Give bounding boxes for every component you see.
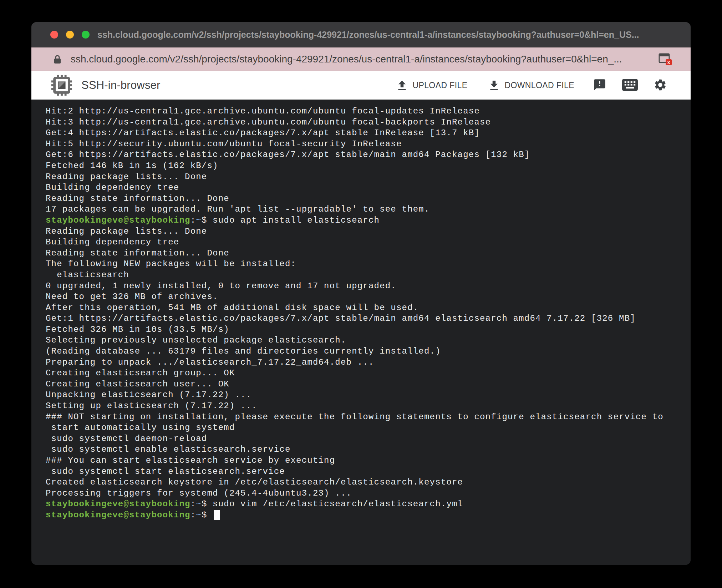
terminal-line: Preparing to unpack .../elasticsearch_7.… — [46, 357, 684, 368]
prompt-colon: : — [190, 499, 196, 509]
terminal-line: sudo systemctl enable elasticsearch.serv… — [46, 444, 684, 455]
terminal-line: Reading state information... Done — [46, 248, 684, 259]
terminal-line: Reading package lists... Done — [46, 226, 684, 237]
prompt-path: ~ — [196, 216, 202, 225]
terminal-line: After this operation, 541 MB of addition… — [46, 303, 684, 314]
terminal-line: Reading package lists... Done — [46, 172, 684, 183]
terminal-line: Get:4 https://artifacts.elastic.co/packa… — [46, 128, 684, 139]
feedback-icon[interactable] — [593, 78, 606, 93]
chip-logo-icon — [51, 74, 73, 96]
terminal-line: Get:6 https://artifacts.elastic.co/packa… — [46, 149, 684, 161]
download-file-label: DOWNLOAD FILE — [504, 81, 574, 90]
terminal-line: sudo systemctl start elasticsearch.servi… — [46, 466, 684, 477]
terminal-line: Hit:3 http://us-central1.gce.archive.ubu… — [46, 117, 684, 128]
traffic-lights — [50, 31, 90, 39]
terminal-line: Fetched 146 kB in 1s (162 kB/s) — [46, 161, 684, 172]
terminal-line: Unpacking elasticsearch (7.17.22) ... — [46, 390, 684, 401]
terminal-line: 17 packages can be upgraded. Run 'apt li… — [46, 204, 684, 215]
terminal-prompt-line: staybookingeve@staybooking:~$ sudo vim /… — [46, 499, 684, 510]
prompt-user: staybookingeve@staybooking — [46, 499, 190, 509]
browser-window: ssh.cloud.google.com/v2/ssh/projects/sta… — [31, 22, 691, 565]
prompt-user: staybookingeve@staybooking — [46, 216, 190, 225]
terminal-line: Hit:5 http://security.ubuntu.com/ubuntu … — [46, 139, 684, 150]
terminal-line: elasticsearch — [46, 270, 684, 281]
terminal-line: Get:1 https://artifacts.elastic.co/packa… — [46, 313, 684, 324]
close-icon[interactable] — [50, 31, 58, 39]
terminal-prompt-line: staybookingeve@staybooking:~$ — [46, 510, 684, 521]
window-titlebar: ssh.cloud.google.com/v2/ssh/projects/sta… — [31, 22, 691, 47]
terminal-line: (Reading database ... 63179 files and di… — [46, 346, 684, 357]
prompt-command: $ — [202, 510, 213, 520]
terminal-line: Fetched 326 MB in 10s (33.5 MB/s) — [46, 324, 684, 335]
download-icon — [488, 79, 500, 91]
prompt-user: staybookingeve@staybooking — [46, 510, 190, 520]
upload-file-button[interactable]: UPLOAD FILE — [396, 79, 467, 91]
terminal-line: ### You can start elasticsearch service … — [46, 455, 684, 466]
terminal-line: sudo systemctl daemon-reload — [46, 434, 684, 445]
prompt-colon: : — [190, 216, 196, 225]
terminal-line: Need to get 326 MB of archives. — [46, 292, 684, 303]
terminal-line: Reading state information... Done — [46, 193, 684, 204]
app-title: SSH-in-browser — [81, 79, 161, 92]
prompt-path: ~ — [196, 499, 202, 509]
minimize-icon[interactable] — [66, 31, 74, 39]
terminal-prompt-line: staybookingeve@staybooking:~$ sudo apt i… — [46, 215, 684, 226]
prompt-command: $ sudo vim /etc/elasticsearch/elasticsea… — [202, 499, 463, 509]
keyboard-icon[interactable] — [622, 78, 638, 93]
terminal-line: Setting up elasticsearch (7.17.22) ... — [46, 401, 684, 412]
zoom-icon[interactable] — [82, 31, 90, 39]
svg-text:x: x — [667, 60, 670, 65]
prompt-command: $ sudo apt install elasticsearch — [202, 216, 380, 225]
window-title: ssh.cloud.google.com/v2/ssh/projects/sta… — [97, 30, 691, 40]
terminal-line: Creating elasticsearch user... OK — [46, 379, 684, 390]
address-bar: ssh.cloud.google.com/v2/ssh/projects/sta… — [31, 47, 691, 71]
prompt-path: ~ — [196, 510, 202, 520]
terminal-line: Hit:2 http://us-central1.gce.archive.ubu… — [46, 106, 684, 117]
lock-icon[interactable] — [54, 54, 61, 64]
ssh-toolbar: SSH-in-browser UPLOAD FILE DOWNLOAD FILE — [31, 71, 691, 100]
terminal-line: ### NOT starting on installation, please… — [46, 412, 684, 423]
terminal-line: Building dependency tree — [46, 182, 684, 193]
gear-icon[interactable] — [654, 78, 667, 93]
url-input[interactable]: ssh.cloud.google.com/v2/ssh/projects/sta… — [71, 54, 649, 65]
terminal-line: Processing triggers for systemd (245.4-4… — [46, 488, 684, 499]
terminal-line: Selecting previously unselected package … — [46, 335, 684, 346]
terminal-cursor — [214, 510, 220, 520]
prompt-colon: : — [190, 510, 196, 520]
popup-blocked-icon[interactable]: x — [659, 53, 672, 65]
download-file-button[interactable]: DOWNLOAD FILE — [488, 79, 574, 91]
terminal-line: Building dependency tree — [46, 237, 684, 248]
terminal-line: start automatically using systemd — [46, 422, 684, 434]
upload-file-label: UPLOAD FILE — [412, 81, 467, 90]
terminal-line: Creating elasticsearch group... OK — [46, 368, 684, 379]
terminal-line: 0 upgraded, 1 newly installed, 0 to remo… — [46, 281, 684, 292]
terminal-output[interactable]: Hit:2 http://us-central1.gce.archive.ubu… — [31, 100, 691, 565]
terminal-line: Created elasticsearch keystore in /etc/e… — [46, 477, 684, 488]
upload-icon — [396, 79, 408, 91]
terminal-line: The following NEW packages will be insta… — [46, 259, 684, 270]
